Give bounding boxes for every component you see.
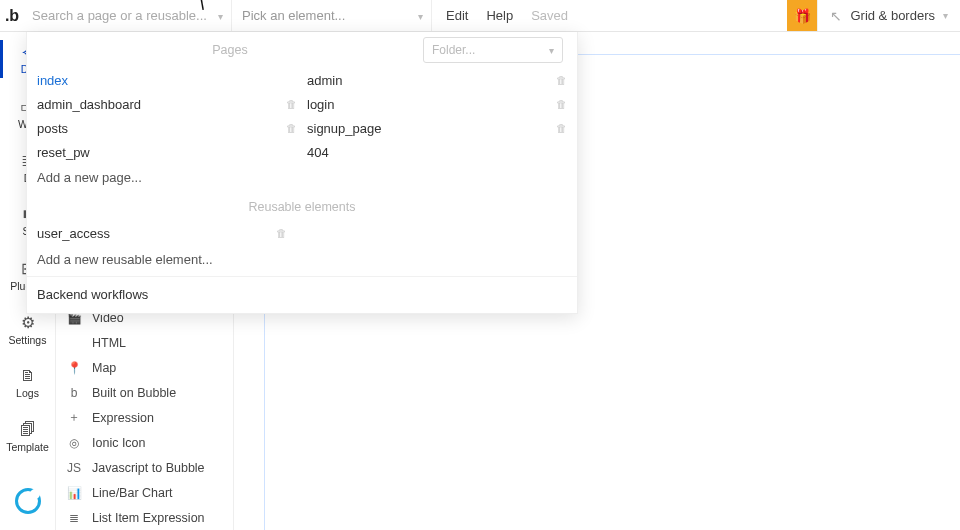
trash-icon[interactable]: 🗑 [286,122,297,134]
trash-icon[interactable]: 🗑 [276,227,287,239]
bubble-logo: .b [0,0,24,31]
chevron-down-icon: ▾ [943,10,948,21]
page-search-dropdown[interactable]: ▾ I [24,0,232,31]
sidebar-item-template[interactable]: 🗐 Template [0,410,56,464]
top-bar: .b ▾ I Pick an element... ▾ Edit Help Sa… [0,0,960,32]
element-palette-item[interactable]: HTML [56,330,233,355]
element-icon: 📍 [66,361,82,375]
settings-icon: ⚙ [21,313,35,332]
reusable-section-title: Reusable elements [27,190,577,220]
page-label: signup_page [307,121,556,136]
element-label: HTML [92,336,126,350]
element-picker-dropdown[interactable]: Pick an element... ▾ [232,0,432,31]
page-label: admin [307,73,556,88]
trash-icon[interactable]: 🗑 [286,98,297,110]
page-item[interactable]: admin_dashboard🗑 [37,92,297,116]
gift-button[interactable]: 🎁 [787,0,817,31]
element-icon: ＋ [66,409,82,426]
page-label: reset_pw [37,145,297,160]
pointer-icon: ↖ [830,8,842,24]
elements-panel: ◂ 🔔Alert🎬VideoHTML📍MapbBuilt on Bubble＋E… [56,280,234,530]
page-item[interactable]: reset_pw [37,140,297,164]
folder-filter-select[interactable]: Folder... ▾ [423,37,563,63]
save-status: Saved [531,8,568,23]
sidebar-item-logs[interactable]: 🗎 Logs [0,356,56,410]
sidebar-item-label: Settings [9,334,47,346]
element-palette-item[interactable]: ≣List Item Expression [56,505,233,530]
folder-placeholder: Folder... [432,43,475,57]
element-icon: JS [66,461,82,475]
trash-icon[interactable]: 🗑 [556,122,567,134]
template-icon: 🗐 [20,421,36,439]
element-label: Expression [92,411,154,425]
page-item[interactable]: login🗑 [307,92,567,116]
page-label: posts [37,121,286,136]
gift-icon: 🎁 [794,8,811,24]
page-item[interactable]: signup_page🗑 [307,116,567,140]
page-label: index [37,73,297,88]
page-label: admin_dashboard [37,97,286,112]
page-item[interactable]: admin🗑 [307,68,567,92]
reusable-item-label: user_access [37,226,110,241]
add-page-button[interactable]: Add a new page... [27,164,577,190]
page-item[interactable]: posts🗑 [37,116,297,140]
page-item[interactable]: index [37,68,297,92]
element-palette-item[interactable]: 📍Map [56,355,233,380]
pages-section-title: Pages [37,43,423,57]
element-palette-item[interactable]: 📊Line/Bar Chart [56,480,233,505]
add-reusable-button[interactable]: Add a new reusable element... [27,246,577,272]
reusable-item[interactable]: user_access 🗑 [27,220,577,246]
logs-icon: 🗎 [20,367,36,385]
trash-icon[interactable]: 🗑 [556,74,567,86]
sidebar-item-label: Template [6,441,49,453]
top-menu: Edit Help Saved [432,0,582,31]
assistant-button[interactable] [15,488,41,514]
page-dropdown-panel: Pages Folder... ▾ indexadmin🗑admin_dashb… [26,32,578,314]
trash-icon[interactable]: 🗑 [556,98,567,110]
collapse-handle[interactable]: ◂ [56,392,234,405]
chevron-down-icon: ▾ [549,45,554,56]
backend-workflows-link[interactable]: Backend workflows [27,281,577,307]
chevron-down-icon: ▾ [418,10,423,21]
element-icon: 📊 [66,486,82,500]
element-palette-item[interactable]: ◎Ionic Icon [56,430,233,455]
grid-borders-toggle[interactable]: ↖ Grid & borders ▾ [817,0,960,31]
element-label: Javascript to Bubble [92,461,205,475]
element-icon: ≣ [66,511,82,525]
page-item[interactable]: 404 [307,140,567,164]
sidebar-item-label: Logs [16,387,39,399]
element-picker-label: Pick an element... [242,8,345,23]
element-palette-item[interactable]: JSJavascript to Bubble [56,455,233,480]
grid-borders-label: Grid & borders [850,8,935,23]
element-label: List Item Expression [92,511,205,525]
edit-menu[interactable]: Edit [446,8,468,23]
page-label: login [307,97,556,112]
element-label: Line/Bar Chart [92,486,173,500]
page-label: 404 [307,145,567,160]
element-label: Ionic Icon [92,436,146,450]
element-label: Map [92,361,116,375]
element-icon: ◎ [66,436,82,450]
element-palette-item[interactable]: ＋Expression [56,405,233,430]
help-menu[interactable]: Help [486,8,513,23]
